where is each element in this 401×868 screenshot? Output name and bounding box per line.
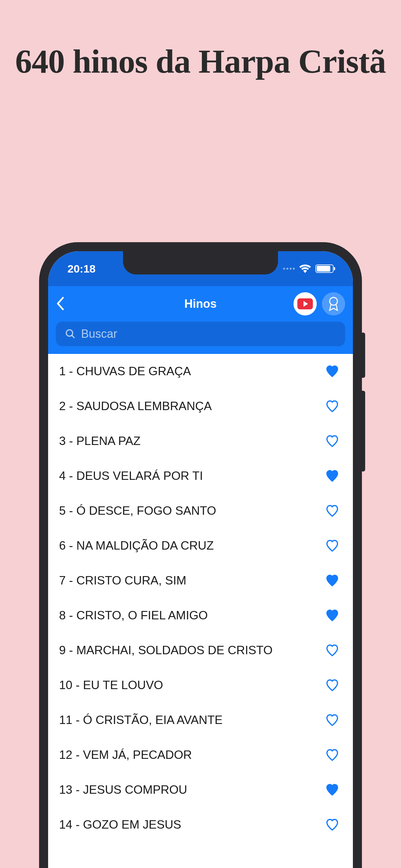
hymn-title: 6 - NA MALDIÇÃO DA CRUZ <box>59 539 214 553</box>
hymn-row[interactable]: 4 - DEUS VELARÁ POR TI <box>48 459 353 493</box>
hymn-row[interactable]: 3 - PLENA PAZ <box>48 424 353 459</box>
hymn-row[interactable]: 12 - VEM JÁ, PECADOR <box>48 738 353 772</box>
navigation-bar: Hinos <box>48 286 353 321</box>
hymn-row[interactable]: 5 - Ó DESCE, FOGO SANTO <box>48 493 353 528</box>
hymn-row[interactable]: 14 - GOZO EM JESUS <box>48 807 353 842</box>
phone-side-button <box>362 333 365 378</box>
search-input[interactable]: Buscar <box>56 321 345 346</box>
hymn-title: 3 - PLENA PAZ <box>59 434 141 448</box>
heart-outline-icon[interactable] <box>325 643 340 658</box>
battery-icon <box>315 265 334 273</box>
hymn-title: 10 - EU TE LOUVO <box>59 678 163 692</box>
heart-filled-icon[interactable] <box>325 573 340 588</box>
hymn-title: 5 - Ó DESCE, FOGO SANTO <box>59 504 216 518</box>
cellular-icon <box>283 268 295 270</box>
back-button[interactable] <box>56 293 64 315</box>
hymn-title: 2 - SAUDOSA LEMBRANÇA <box>59 399 212 413</box>
hymn-title: 11 - Ó CRISTÃO, EIA AVANTE <box>59 713 223 727</box>
svg-point-1 <box>66 330 73 336</box>
hymn-title: 4 - DEUS VELARÁ POR TI <box>59 469 203 483</box>
hymn-row[interactable]: 11 - Ó CRISTÃO, EIA AVANTE <box>48 703 353 738</box>
heart-outline-icon[interactable] <box>325 678 340 693</box>
youtube-icon <box>297 299 313 309</box>
heart-filled-icon[interactable] <box>325 782 340 798</box>
hymn-row[interactable]: 2 - SAUDOSA LEMBRANÇA <box>48 389 353 424</box>
hymn-row[interactable]: 1 - CHUVAS DE GRAÇA <box>48 354 353 389</box>
hymn-list[interactable]: 1 - CHUVAS DE GRAÇA2 - SAUDOSA LEMBRANÇA… <box>48 354 353 842</box>
marketing-headline: 640 hinos da Harpa Cristã <box>0 0 401 81</box>
search-bar-container: Buscar <box>48 321 353 354</box>
hymn-title: 12 - VEM JÁ, PECADOR <box>59 748 192 762</box>
award-button[interactable] <box>322 292 345 315</box>
heart-outline-icon[interactable] <box>325 747 340 763</box>
hymn-row[interactable]: 13 - JESUS COMPROU <box>48 772 353 807</box>
phone-screen: 20:18 <box>48 251 353 868</box>
ribbon-icon <box>327 296 340 312</box>
heart-outline-icon[interactable] <box>325 817 340 833</box>
heart-filled-icon[interactable] <box>325 468 340 484</box>
hymn-title: 9 - MARCHAI, SOLDADOS DE CRISTO <box>59 644 273 657</box>
page-title: Hinos <box>184 297 217 311</box>
heart-outline-icon[interactable] <box>325 503 340 519</box>
hymn-row[interactable]: 6 - NA MALDIÇÃO DA CRUZ <box>48 528 353 563</box>
phone-side-button <box>362 391 365 471</box>
heart-filled-icon[interactable] <box>325 608 340 623</box>
status-indicators <box>283 264 334 273</box>
hymn-row[interactable]: 7 - CRISTO CURA, SIM <box>48 563 353 598</box>
svg-point-0 <box>330 298 337 305</box>
heart-outline-icon[interactable] <box>325 712 340 728</box>
status-time: 20:18 <box>67 262 96 275</box>
wifi-icon <box>299 264 311 273</box>
phone-frame: 20:18 <box>39 242 362 868</box>
hymn-title: 8 - CRISTO, O FIEL AMIGO <box>59 609 208 622</box>
hymn-title: 7 - CRISTO CURA, SIM <box>59 574 186 587</box>
heart-filled-icon[interactable] <box>325 364 340 379</box>
hymn-row[interactable]: 9 - MARCHAI, SOLDADOS DE CRISTO <box>48 633 353 668</box>
heart-outline-icon[interactable] <box>325 399 340 414</box>
svg-line-2 <box>72 335 74 338</box>
search-icon <box>65 329 76 339</box>
search-placeholder: Buscar <box>81 327 117 341</box>
hymn-title: 14 - GOZO EM JESUS <box>59 818 181 832</box>
youtube-button[interactable] <box>294 292 317 315</box>
heart-outline-icon[interactable] <box>325 538 340 554</box>
phone-notch <box>123 251 278 275</box>
hymn-row[interactable]: 10 - EU TE LOUVO <box>48 668 353 703</box>
heart-outline-icon[interactable] <box>325 433 340 449</box>
hymn-row[interactable]: 8 - CRISTO, O FIEL AMIGO <box>48 598 353 633</box>
hymn-title: 1 - CHUVAS DE GRAÇA <box>59 365 191 378</box>
hymn-title: 13 - JESUS COMPROU <box>59 783 187 797</box>
